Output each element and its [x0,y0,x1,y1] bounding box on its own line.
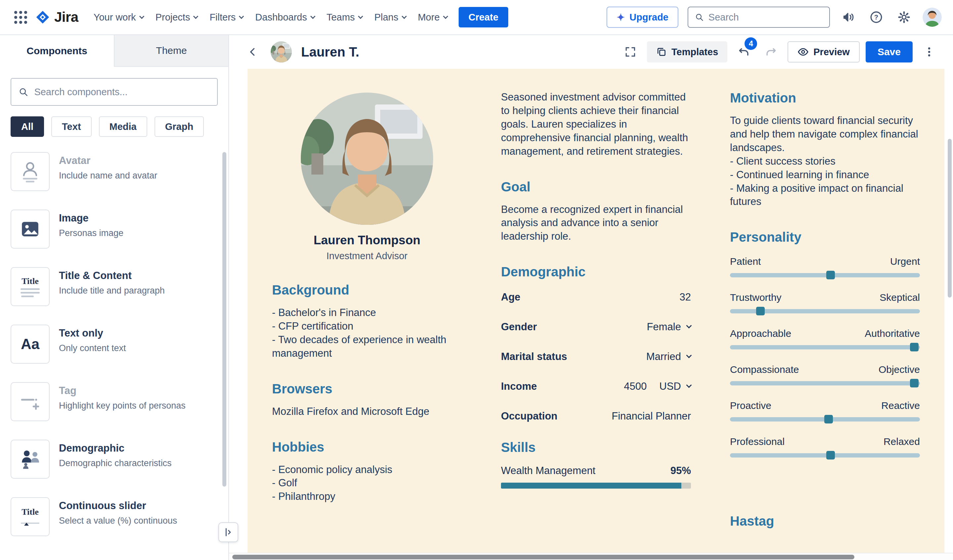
back-button[interactable] [242,41,263,62]
slider-track[interactable] [730,273,920,277]
component-card-tag[interactable]: Tag Highlight key points of personas [11,382,218,421]
component-card-avatar[interactable]: Avatar Include name and avatar [11,152,218,191]
more-options-button[interactable] [919,41,940,62]
chevron-down-icon [443,14,448,19]
component-card-demographic[interactable]: Demographic Demographic characteristics [11,440,218,479]
nav-plans[interactable]: Plans [368,7,412,28]
personality-slider-patient-urgent[interactable]: Patient Urgent [730,256,920,277]
component-card-text-only[interactable]: Aa Text only Only content text [11,325,218,364]
section-heading-motivation[interactable]: Motivation [730,91,920,105]
nav-your-work[interactable]: Your work [88,7,150,28]
skill-progress-bar[interactable] [501,483,691,489]
slider-track[interactable] [730,453,920,458]
personality-slider-proactive-reactive[interactable]: Proactive Reactive [730,400,920,421]
filter-text[interactable]: Text [51,116,92,137]
announcements-button[interactable] [839,8,858,26]
section-heading-skills[interactable]: Skills [501,440,691,455]
section-heading-personality[interactable]: Personality [730,230,920,244]
global-search[interactable] [688,6,830,28]
chevron-down-icon [686,382,692,388]
topbar-right-cluster: ✦ Upgrade ? [607,6,942,28]
templates-button[interactable]: Templates [647,41,727,62]
app-grid-icon [14,11,27,24]
slider-track[interactable] [730,345,920,350]
component-title: Continuous slider [59,500,177,512]
hobbies-list[interactable]: - Economic policy analysis - Golf - Phil… [272,463,462,504]
components-search-input[interactable] [34,87,210,97]
upgrade-button[interactable]: ✦ Upgrade [607,6,678,28]
tab-theme[interactable]: Theme [114,35,228,67]
section-heading-hashtag[interactable]: Hastag [730,514,920,529]
personality-slider-approachable-authoritative[interactable]: Approachable Authoritative [730,328,920,350]
demo-row-gender[interactable]: Gender Female [501,321,691,333]
redo-button[interactable] [761,41,782,62]
persona-summary[interactable]: Seasoned investment advisor committed to… [501,91,691,158]
app-switcher-button[interactable] [11,8,30,26]
nav-dashboards[interactable]: Dashboards [249,7,320,28]
slider-track[interactable] [730,417,920,421]
global-search-input[interactable] [708,12,823,23]
slider-handle[interactable] [826,451,835,459]
page-horizontal-scrollbar[interactable] [229,553,953,560]
demo-row-income[interactable]: Income 4500 USD [501,381,691,392]
page-vertical-scrollbar[interactable] [948,139,951,297]
section-heading-browsers[interactable]: Browsers [272,382,462,396]
marital-status-dropdown[interactable]: Married [646,351,691,363]
component-card-image[interactable]: Image Personas image [11,210,218,249]
browsers-text[interactable]: Mozilla Firefox and Microsoft Edge [272,405,462,419]
goal-text[interactable]: Become a recognized expert in financial … [501,203,691,244]
slider-handle[interactable] [910,343,919,351]
section-heading-demographic[interactable]: Demographic [501,265,691,279]
nav-more[interactable]: More [412,7,453,28]
save-button[interactable]: Save [866,41,913,62]
section-heading-hobbies[interactable]: Hobbies [272,440,462,455]
demo-row-age[interactable]: Age 32 [501,291,691,303]
slider-handle[interactable] [910,379,919,387]
create-button[interactable]: Create [459,7,508,28]
slider-handle[interactable] [756,307,765,316]
nav-teams[interactable]: Teams [321,7,368,28]
demo-row-occupation[interactable]: Occupation Financial Planner [501,410,691,422]
filter-graph[interactable]: Graph [155,116,204,137]
slider-track[interactable] [730,381,920,385]
preview-button[interactable]: Preview [787,41,860,62]
settings-button[interactable] [895,8,913,26]
nav-filters[interactable]: Filters [203,7,249,28]
component-card-continuous-slider[interactable]: Title Continuous slider Select a value (… [11,497,218,536]
fullscreen-button[interactable] [620,41,641,62]
tab-components[interactable]: Components [0,35,114,67]
persona-name[interactable]: Lauren Thompson [272,234,462,247]
currency-dropdown[interactable]: USD [660,381,691,392]
income-value[interactable]: 4500 [624,381,647,392]
user-avatar[interactable] [923,8,942,27]
personality-slider-trustworthy-skeptical[interactable]: Trustworthy Skeptical [730,292,920,313]
gender-dropdown[interactable]: Female [647,321,691,333]
slider-handle[interactable] [826,271,835,279]
skill-row[interactable]: Wealth Management 95% [501,465,691,477]
copy-icon [656,46,667,57]
jira-logo[interactable]: Jira [35,9,78,25]
section-heading-goal[interactable]: Goal [501,179,691,194]
horizontal-scrollbar-thumb[interactable] [232,555,854,559]
persona-role[interactable]: Investment Advisor [272,251,462,261]
filter-all[interactable]: All [11,116,44,137]
demo-row-marital-status[interactable]: Marital status Married [501,351,691,363]
components-search[interactable] [11,78,218,106]
slider-track[interactable] [730,309,920,313]
help-button[interactable]: ? [867,8,886,26]
sidebar-scrollbar[interactable] [222,152,226,487]
personality-slider-compassionate-objective[interactable]: Compassionate Objective [730,364,920,385]
component-card-title-content[interactable]: Title Title & Content Include title and … [11,267,218,306]
nav-projects[interactable]: Projects [150,7,204,28]
section-heading-background[interactable]: Background [272,283,462,297]
motivation-text[interactable]: To guide clients toward financial securi… [730,114,920,209]
personality-slider-professional-relaxed[interactable]: Professional Relaxed [730,436,920,458]
filter-media[interactable]: Media [99,116,147,137]
background-list[interactable]: - Bachelor's in Finance - CFP certificat… [272,306,462,360]
persona-photo[interactable] [301,93,433,225]
slider-handle[interactable] [824,415,833,424]
demographic-rows: Age 32 Gender Female Marital status Ma [501,291,691,422]
editor-actions: Templates 4 Preview [620,41,940,62]
chevron-down-icon [193,14,199,19]
collapse-sidebar-button[interactable] [219,522,238,542]
